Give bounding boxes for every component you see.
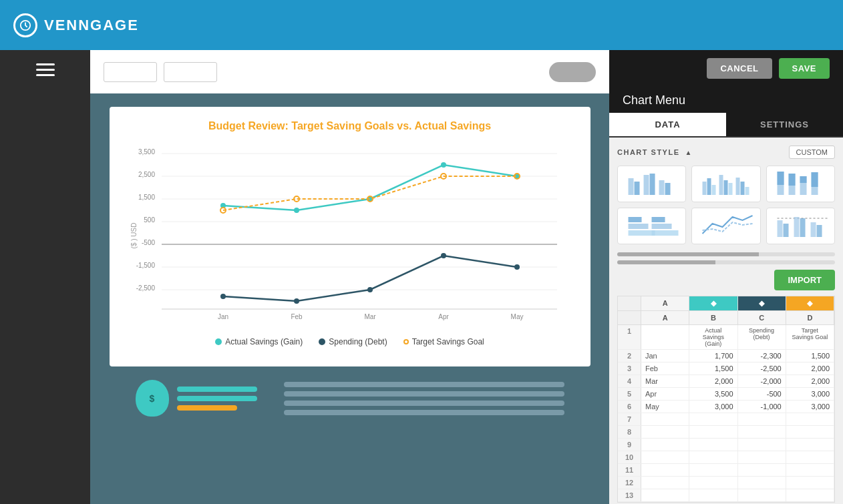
cell-7-d[interactable] xyxy=(786,413,834,425)
cell-4-num: 4 xyxy=(618,375,641,387)
cell-3-d[interactable]: 2,000 xyxy=(786,362,834,374)
svg-text:3,500: 3,500 xyxy=(138,148,154,156)
cell-8-a[interactable] xyxy=(641,426,689,438)
svg-rect-62 xyxy=(629,224,649,229)
sheet-header-d[interactable]: ◆ xyxy=(786,296,834,311)
cell-9-a[interactable] xyxy=(641,439,689,451)
style-option-1[interactable] xyxy=(617,166,686,202)
cell-6-c[interactable]: -1,000 xyxy=(738,401,786,413)
cell-11-c[interactable] xyxy=(738,464,786,476)
tab-data[interactable]: DATA xyxy=(609,113,726,136)
cell-11-b[interactable] xyxy=(689,464,737,476)
cell-6-b[interactable]: 3,000 xyxy=(689,401,737,413)
cell-4-b[interactable]: 2,000 xyxy=(689,375,737,387)
cell-11-a[interactable] xyxy=(641,464,689,476)
cell-10-a[interactable] xyxy=(641,451,689,463)
cell-8-c[interactable] xyxy=(738,426,786,438)
hamburger-line-2 xyxy=(36,69,55,71)
cell-10-b[interactable] xyxy=(689,451,737,463)
sheet-sub-row-num xyxy=(618,311,641,325)
svg-point-33 xyxy=(514,264,520,270)
svg-rect-51 xyxy=(736,178,740,195)
cell-5-num: 5 xyxy=(618,388,641,400)
svg-rect-52 xyxy=(741,182,745,195)
svg-rect-39 xyxy=(629,178,634,195)
cell-5-a[interactable]: Apr xyxy=(641,388,689,400)
style-option-2[interactable] xyxy=(691,166,760,202)
cell-9-d[interactable] xyxy=(786,439,834,451)
slider-bar-1[interactable] xyxy=(617,252,835,256)
cell-13-c[interactable] xyxy=(738,489,786,501)
cancel-button[interactable]: CANCEL xyxy=(707,58,772,79)
sheet-header-c[interactable]: ◆ xyxy=(738,296,786,311)
cell-9-c[interactable] xyxy=(738,439,786,451)
cell-2-b[interactable]: 1,700 xyxy=(689,350,737,362)
svg-rect-46 xyxy=(707,178,711,195)
cell-4-a[interactable]: Mar xyxy=(641,375,689,387)
svg-text:-500: -500 xyxy=(141,239,154,246)
cell-12-c[interactable] xyxy=(738,477,786,489)
toolbar-input-2[interactable] xyxy=(164,62,217,82)
cell-10-d[interactable] xyxy=(786,451,834,463)
hamburger-menu[interactable] xyxy=(36,63,55,76)
cell-2-c[interactable]: -2,300 xyxy=(738,350,786,362)
cell-3-b[interactable]: 1,500 xyxy=(689,362,737,374)
cell-7-c[interactable] xyxy=(738,413,786,425)
tab-settings[interactable]: SETTINGS xyxy=(726,113,843,136)
cell-10-c[interactable] xyxy=(738,451,786,463)
sheet-row-11: 11 xyxy=(618,464,834,477)
cell-12-a[interactable] xyxy=(641,477,689,489)
cell-12-b[interactable] xyxy=(689,477,737,489)
cell-7-b[interactable] xyxy=(689,413,737,425)
chart-card[interactable]: Budget Review: Target Saving Goals vs. A… xyxy=(110,107,591,366)
cell-2-d[interactable]: 1,500 xyxy=(786,350,834,362)
toolbar-action-btn[interactable] xyxy=(549,62,596,82)
cell-13-d[interactable] xyxy=(786,489,834,501)
main-layout: Budget Review: Target Saving Goals vs. A… xyxy=(0,50,843,504)
import-row: IMPORT xyxy=(617,270,835,290)
cell-8-b[interactable] xyxy=(689,426,737,438)
style-option-4[interactable] xyxy=(617,208,686,244)
svg-rect-48 xyxy=(719,175,723,195)
sheet-row-10: 10 xyxy=(618,451,834,464)
cell-1-d[interactable]: Target Savings Goal xyxy=(786,325,834,349)
cell-1-c[interactable]: Spending (Debt) xyxy=(738,325,786,349)
cell-11-num: 11 xyxy=(618,464,641,476)
import-button[interactable]: IMPORT xyxy=(774,270,835,290)
svg-rect-72 xyxy=(800,218,805,237)
cell-13-b[interactable] xyxy=(689,489,737,501)
sheet-sub-d: D xyxy=(786,311,834,325)
cell-6-d[interactable]: 3,000 xyxy=(786,401,834,413)
svg-rect-44 xyxy=(665,183,671,195)
style-option-3[interactable] xyxy=(766,166,835,202)
cell-9-b[interactable] xyxy=(689,439,737,451)
cell-1-b[interactable]: Actual Savings (Gain) xyxy=(689,325,737,349)
save-button[interactable]: SAVE xyxy=(779,58,830,79)
style-option-5[interactable] xyxy=(691,208,760,244)
cell-5-b[interactable]: 3,500 xyxy=(689,388,737,400)
cell-3-a[interactable]: Feb xyxy=(641,362,689,374)
sheet-header-b[interactable]: ◆ xyxy=(689,296,737,311)
slider-bar-2[interactable] xyxy=(617,260,835,264)
cell-6-a[interactable]: May xyxy=(641,401,689,413)
sheet-row-13: 13 xyxy=(618,489,834,502)
cell-3-num: 3 xyxy=(618,362,641,374)
style-option-6[interactable] xyxy=(766,208,835,244)
cell-5-c[interactable]: -500 xyxy=(738,388,786,400)
cell-12-d[interactable] xyxy=(786,477,834,489)
cell-3-c[interactable]: -2,500 xyxy=(738,362,786,374)
cell-2-a[interactable]: Jan xyxy=(641,350,689,362)
cell-4-c[interactable]: -2,000 xyxy=(738,375,786,387)
panel-content: CHART STYLE ▲ CUSTOM xyxy=(609,138,843,504)
custom-badge[interactable]: CUSTOM xyxy=(789,146,835,159)
deco-line-orange xyxy=(177,405,237,411)
cell-5-d[interactable]: 3,000 xyxy=(786,388,834,400)
toolbar-input-1[interactable] xyxy=(104,62,157,82)
cell-4-d[interactable]: 2,000 xyxy=(786,375,834,387)
cell-1-a[interactable] xyxy=(641,325,689,349)
cell-11-d[interactable] xyxy=(786,464,834,476)
legend-item-target: Target Savings Goal xyxy=(403,337,484,346)
cell-13-a[interactable] xyxy=(641,489,689,501)
cell-7-a[interactable] xyxy=(641,413,689,425)
cell-8-d[interactable] xyxy=(786,426,834,438)
